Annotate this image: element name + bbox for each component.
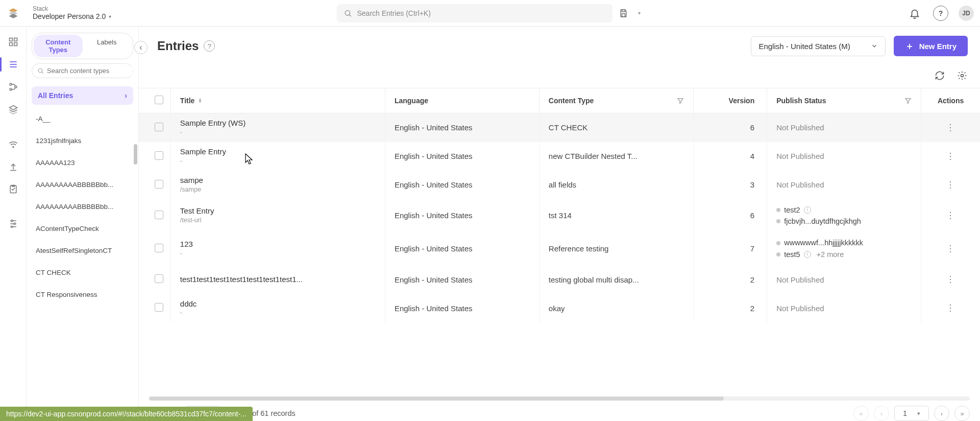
row-actions-icon[interactable]: ⋯ — [945, 244, 957, 253]
col-title[interactable]: Title — [180, 97, 195, 105]
table-row[interactable]: sampe/sampeEnglish - United Statesall fi… — [139, 171, 980, 199]
entry-content-type: testing global multi disap... — [539, 265, 693, 294]
row-checkbox[interactable] — [155, 151, 163, 160]
content-type-item[interactable]: -A__ — [27, 108, 138, 130]
row-actions-icon[interactable]: ⋯ — [945, 180, 957, 190]
row-checkbox[interactable] — [155, 123, 163, 131]
entry-title[interactable]: Sample Entry (WS) — [180, 119, 376, 128]
stack-label: Stack — [33, 6, 111, 13]
entry-version: 2 — [693, 265, 767, 294]
all-entries-item[interactable]: All Entries › — [32, 86, 133, 105]
row-actions-icon[interactable]: ⋯ — [945, 303, 957, 313]
nav-dashboard-icon[interactable] — [3, 32, 23, 52]
entry-language: English - United States — [385, 232, 539, 265]
global-search[interactable] — [337, 4, 612, 22]
refresh-icon[interactable] — [932, 68, 947, 83]
table-row[interactable]: Sample Entry-English - United Statesnew … — [139, 142, 980, 171]
nav-publish-icon[interactable] — [3, 156, 23, 177]
nav-wifi-icon[interactable] — [3, 134, 23, 154]
save-search-icon[interactable] — [618, 7, 630, 19]
nav-tasks-icon[interactable] — [3, 179, 23, 199]
sort-icon[interactable]: ▲▼ — [198, 98, 202, 103]
publish-more[interactable]: +2 more — [817, 249, 844, 260]
content-type-item[interactable]: AContentTypeCheck — [27, 218, 138, 240]
sidebar-search[interactable] — [32, 63, 133, 78]
row-checkbox[interactable] — [155, 211, 163, 219]
svg-rect-5 — [14, 38, 17, 41]
global-search-input[interactable] — [357, 9, 605, 17]
col-publish[interactable]: Publish Status — [776, 97, 826, 105]
collapse-sidebar-button[interactable]: ‹ — [134, 41, 148, 54]
gear-icon[interactable] — [954, 68, 970, 83]
first-page-button[interactable]: « — [853, 406, 869, 421]
entry-title[interactable]: test1test1test1test1test1test1test1... — [180, 275, 376, 285]
entry-title[interactable]: Sample Entry — [180, 147, 376, 157]
language-selector[interactable]: English - United States (M) — [751, 36, 885, 56]
nav-entries-icon[interactable] — [3, 54, 23, 75]
sidebar-scrollbar[interactable] — [134, 144, 137, 165]
content-type-item[interactable]: 1231jsfnlfnjaks — [27, 130, 138, 152]
row-checkbox[interactable] — [155, 274, 163, 283]
chevron-down-icon: ▾ — [109, 14, 111, 20]
table-footer: Showing 30 ▾ 1 to 30 of 61 records « ‹ 1… — [139, 401, 980, 421]
user-avatar[interactable]: JD — [959, 6, 974, 21]
row-checkbox[interactable] — [155, 180, 163, 189]
col-language[interactable]: Language — [395, 97, 428, 105]
content-type-item[interactable]: AAAAAA123 — [27, 152, 138, 174]
help-icon[interactable]: ? — [933, 6, 948, 21]
filter-icon[interactable] — [904, 97, 912, 104]
entry-language: English - United States — [385, 199, 539, 232]
content-type-item[interactable]: AAAAAAAAABBBBBbb... — [27, 174, 138, 196]
entry-title[interactable]: sampe — [180, 176, 376, 185]
table-row[interactable]: test1test1test1test1test1test1test1...En… — [139, 265, 980, 294]
prev-page-button[interactable]: ‹ — [874, 406, 889, 421]
content-type-list: -A__ 1231jsfnlfnjaks AAAAAA123 AAAAAAAAA… — [27, 108, 138, 421]
notifications-icon[interactable] — [906, 5, 923, 21]
stack-selector[interactable]: Stack Developer Persona 2.0▾ — [33, 6, 111, 21]
content-type-item[interactable]: CT Responsiveness — [27, 284, 138, 306]
info-icon[interactable]: i — [804, 206, 811, 214]
nav-settings-icon[interactable] — [3, 214, 23, 234]
table-row[interactable]: 123-English - United StatesReference tes… — [139, 232, 980, 265]
publish-status: Not Published — [776, 275, 824, 284]
horizontal-scrollbar[interactable] — [149, 396, 970, 401]
table-row[interactable]: Sample Entry (WS)-English - United State… — [139, 113, 980, 142]
search-dropdown-icon[interactable]: ▾ — [635, 10, 644, 16]
page-title: Entries — [157, 39, 199, 53]
table-toolbar — [139, 63, 980, 88]
content-type-item[interactable]: AtestSelfRefSingletonCT — [27, 240, 138, 262]
page-number-select[interactable]: 1 ▾ — [894, 406, 929, 421]
sidebar-search-input[interactable] — [47, 67, 133, 75]
tab-content-types[interactable]: Content Types — [34, 35, 83, 57]
next-page-button[interactable]: › — [934, 406, 949, 421]
last-page-button[interactable]: » — [954, 406, 970, 421]
svg-point-21 — [11, 226, 12, 227]
nav-layers-icon[interactable] — [3, 99, 23, 120]
row-checkbox[interactable] — [155, 303, 163, 312]
select-all-checkbox[interactable] — [155, 96, 163, 104]
stack-name: Developer Persona 2.0 — [33, 12, 106, 20]
filter-icon[interactable] — [677, 97, 684, 104]
row-actions-icon[interactable]: ⋯ — [945, 211, 957, 220]
brand-logo[interactable] — [6, 6, 20, 20]
table-row[interactable]: dddc-English - United Statesokay2Not Pub… — [139, 294, 980, 322]
info-icon[interactable]: i — [804, 251, 811, 258]
row-checkbox[interactable] — [155, 244, 163, 252]
new-entry-button[interactable]: ＋ New Entry — [894, 36, 968, 56]
content-type-item[interactable]: CT CHECK — [27, 262, 138, 284]
table-row[interactable]: Test Entry/test-urlEnglish - United Stat… — [139, 199, 980, 232]
help-icon[interactable]: ? — [204, 40, 215, 52]
col-content-type[interactable]: Content Type — [549, 97, 594, 105]
tab-labels[interactable]: Labels — [83, 35, 132, 57]
col-version[interactable]: Version — [729, 97, 755, 105]
row-actions-icon[interactable]: ⋯ — [945, 151, 957, 161]
nav-rail — [0, 27, 27, 421]
entry-title[interactable]: dddc — [180, 299, 376, 309]
nav-branches-icon[interactable] — [3, 77, 23, 97]
row-actions-icon[interactable]: ⋯ — [945, 275, 957, 285]
row-actions-icon[interactable]: ⋯ — [945, 123, 957, 132]
entry-title[interactable]: Test Entry — [180, 206, 376, 216]
content-type-item[interactable]: AAAAAAAAABBBBBbb... — [27, 196, 138, 218]
entry-title[interactable]: 123 — [180, 240, 376, 249]
entry-language: English - United States — [385, 294, 539, 322]
